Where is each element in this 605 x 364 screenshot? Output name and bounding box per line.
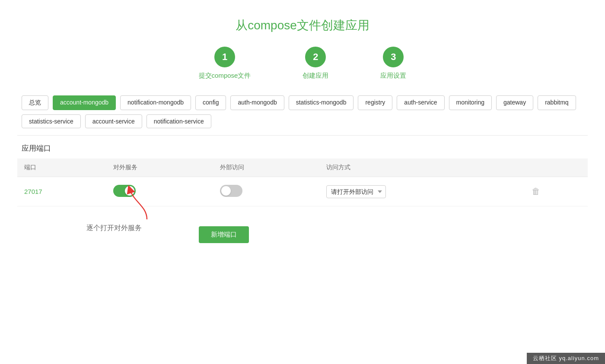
tab-auth-mongodb[interactable]: auth-mongodb — [230, 95, 284, 110]
tab-auth-service[interactable]: auth-service — [397, 95, 444, 110]
annotation-text: 逐个打开对外服务 — [86, 224, 142, 233]
col-access-method: 访问方式 — [319, 158, 525, 177]
tab-statistics-mongodb[interactable]: statistics-mongodb — [289, 95, 354, 110]
step-1-circle: 1 — [214, 47, 235, 67]
toggle-slider-off — [220, 185, 242, 197]
watermark: 云栖社区 yq.aliyun.com — [527, 353, 605, 364]
tab-overview[interactable]: 总览 — [22, 95, 48, 110]
ports-section-title: 应用端口 — [17, 135, 588, 158]
tab-notification-service[interactable]: notification-service — [146, 114, 211, 128]
col-actions — [525, 158, 588, 177]
tabs-container: 总览 account-mongodb notification-mongodb … — [17, 95, 588, 128]
toggle-slider-on — [113, 185, 136, 197]
tab-monitoring[interactable]: monitoring — [449, 95, 492, 110]
table-header-row: 端口 对外服务 外部访问 访问方式 — [17, 158, 588, 177]
step-3-label: 应用设置 — [380, 72, 406, 80]
tab-registry[interactable]: registry — [358, 95, 392, 110]
steps-container: 1 提交compose文件 2 创建应用 3 应用设置 — [17, 47, 588, 80]
btn-row: 逐个打开对外服务 新增端口 — [17, 215, 588, 250]
external-service-toggle[interactable] — [113, 185, 136, 197]
step-1: 1 提交compose文件 — [199, 47, 251, 80]
col-port: 端口 — [17, 158, 106, 177]
step-2-circle: 2 — [305, 47, 326, 67]
step-3-circle: 3 — [383, 47, 404, 67]
add-port-button[interactable]: 新增端口 — [199, 226, 249, 243]
tab-account-service[interactable]: account-service — [85, 114, 142, 128]
port-number: 27017 — [24, 188, 42, 195]
access-method-select[interactable]: 请打开外部访问 — [326, 185, 386, 198]
external-access-toggle[interactable] — [220, 185, 242, 197]
toggle-knob-off — [221, 186, 231, 196]
page-container: 从compose文件创建应用 1 提交compose文件 2 创建应用 3 应用… — [0, 0, 605, 364]
toggle-knob — [125, 186, 134, 196]
tab-rabbitmq[interactable]: rabbitmq — [538, 95, 576, 110]
tab-notification-mongodb[interactable]: notification-mongodb — [120, 95, 191, 110]
step-1-label: 提交compose文件 — [199, 72, 251, 80]
tab-account-mongodb[interactable]: account-mongodb — [53, 95, 116, 110]
col-external-access: 外部访问 — [213, 158, 319, 177]
page-title: 从compose文件创建应用 — [17, 0, 588, 47]
tab-statistics-service[interactable]: statistics-service — [22, 114, 81, 128]
tab-config[interactable]: config — [195, 95, 226, 110]
step-2: 2 创建应用 — [302, 47, 328, 80]
tab-gateway[interactable]: gateway — [496, 95, 533, 110]
col-external-service: 对外服务 — [106, 158, 213, 177]
table-row: 27017 — [17, 177, 588, 206]
step-3: 3 应用设置 — [380, 47, 406, 80]
ports-table: 端口 对外服务 外部访问 访问方式 27017 — [17, 158, 588, 206]
delete-row-icon[interactable]: 🗑 — [532, 187, 540, 196]
step-2-label: 创建应用 — [302, 72, 328, 80]
